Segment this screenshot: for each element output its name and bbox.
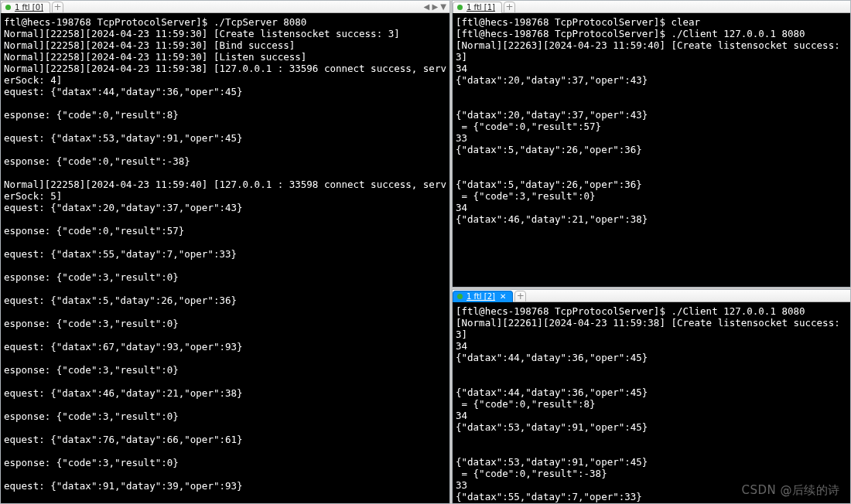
- terminal-line: equest: {"datax":46,"datay":21,"oper":38…: [4, 387, 446, 399]
- terminal-line: Normal][22258][2024-04-23 11:59:30] [Lis…: [4, 51, 446, 63]
- terminal-line: = {"code":3,"result":0}: [456, 190, 847, 202]
- terminal-line: {"datax":20,"datay":37,"oper":43}: [456, 109, 847, 121]
- pane-right-top: 1 ftl [1] + [ftl@hecs-198768 TcpProtocol…: [452, 0, 851, 288]
- terminal-line: [Normal][22261][2024-04-23 11:59:38] [Cr…: [456, 317, 847, 340]
- terminal-line: equest: {"datax":91,"datay":39,"oper":93…: [4, 480, 446, 492]
- terminal-line: [ftl@hecs-198768 TcpProtocolServer]$ ./C…: [456, 28, 847, 39]
- terminal-line: [456, 167, 847, 179]
- terminal-line: {"datax":20,"datay":37,"oper":43}: [456, 74, 847, 86]
- terminal-line: {"datax":5,"datay":26,"oper":36}: [456, 179, 847, 190]
- terminal-line: [4, 422, 446, 434]
- status-dot-icon: [5, 5, 11, 10]
- pane-left: 1 ftl [0] + ◀ ▶ ▼ ftl@hecs-198768 TcpPro…: [0, 0, 450, 504]
- terminal-line: = {"code":0,"result":-38}: [456, 468, 847, 479]
- terminal-line: esponse: {"code":3,"result":0}: [4, 457, 446, 468]
- terminal-line: {"datax":44,"datay":36,"oper":45}: [456, 387, 847, 398]
- terminal-line: [4, 399, 446, 410]
- terminal-line: Normal][22258][2024-04-23 11:59:30] [Bin…: [4, 39, 446, 51]
- terminal-line: [4, 376, 446, 387]
- terminal-line: [4, 97, 446, 109]
- terminal-line: esponse: {"code":3,"result":0}: [4, 318, 446, 329]
- terminal-line: equest: {"datax":76,"datay":66,"oper":61…: [4, 434, 446, 445]
- terminal-line: [4, 445, 446, 457]
- terminal-line: esponse: {"code":3,"result":0}: [4, 410, 446, 422]
- tab-label: 1 ftl [2]: [467, 291, 495, 302]
- terminal-line: [4, 167, 446, 179]
- terminal-line: 33: [456, 132, 847, 144]
- terminal-left[interactable]: ftl@hecs-198768 TcpProtocolServer]$ ./Tc…: [1, 13, 449, 503]
- terminal-line: [456, 363, 847, 375]
- tabbar-left: 1 ftl [0] + ◀ ▶ ▼: [1, 1, 449, 13]
- terminal-line: esponse: {"code":3,"result":0}: [4, 364, 446, 376]
- close-icon[interactable]: ✕: [500, 291, 506, 302]
- tabbar-right-top: 1 ftl [1] +: [453, 1, 850, 13]
- terminal-line: {"datax":46,"datay":21,"oper":38}: [456, 213, 847, 225]
- terminal-line: [456, 433, 847, 444]
- terminal-line: equest: {"datax":5,"datay":26,"oper":36}: [4, 295, 446, 306]
- terminal-line: esponse: {"code":0,"result":-38}: [4, 155, 446, 167]
- tab-ftl-0[interactable]: 1 ftl [0]: [1, 2, 50, 13]
- tab-nav-arrows[interactable]: ◀ ▶ ▼: [424, 1, 446, 12]
- pane-right-bottom: 1 ftl [2] ✕ + [ftl@hecs-198768 TcpProtoc…: [452, 289, 851, 504]
- terminal-line: [456, 502, 847, 503]
- terminal-line: [4, 121, 446, 132]
- terminal-line: esponse: {"code":0,"result":8}: [4, 109, 446, 121]
- terminal-line: equest: {"datax":20,"datay":37,"oper":43…: [4, 202, 446, 213]
- terminal-line: [ftl@hecs-198768 TcpProtocolServer]$ ./C…: [456, 305, 847, 317]
- terminal-line: {"datax":53,"datay":91,"oper":45}: [456, 456, 847, 468]
- terminal-line: esponse: {"code":0,"result":57}: [4, 225, 446, 237]
- terminal-right-bottom[interactable]: [ftl@hecs-198768 TcpProtocolServer]$ ./C…: [453, 302, 850, 503]
- terminal-line: [456, 444, 847, 456]
- terminal-line: Normal][22258][2024-04-23 11:59:38] [127…: [4, 63, 446, 86]
- terminal-line: 34: [456, 202, 847, 213]
- terminal-line: [4, 352, 446, 364]
- tab-ftl-2[interactable]: 1 ftl [2] ✕: [453, 291, 513, 302]
- status-dot-icon: [457, 5, 463, 10]
- terminal-line: [4, 468, 446, 480]
- terminal-line: {"datax":44,"datay":36,"oper":45}: [456, 352, 847, 363]
- tab-ftl-1[interactable]: 1 ftl [1]: [453, 2, 502, 13]
- terminal-line: [4, 306, 446, 318]
- terminal-line: equest: {"datax":55,"datay":7,"oper":33}: [4, 248, 446, 260]
- tabbar-right-bottom: 1 ftl [2] ✕ +: [453, 290, 850, 302]
- terminal-line: {"datax":53,"datay":91,"oper":45}: [456, 421, 847, 433]
- terminal-line: {"datax":5,"datay":26,"oper":36}: [456, 144, 847, 155]
- terminal-line: [ftl@hecs-198768 TcpProtocolServer]$ cle…: [456, 16, 847, 28]
- terminal-line: equest: {"datax":53,"datay":91,"oper":45…: [4, 132, 446, 144]
- terminal-line: [4, 237, 446, 248]
- terminal-line: equest: {"datax":67,"datay":93,"oper":93…: [4, 341, 446, 352]
- terminal-line: esponse: {"code":3,"result":0}: [4, 271, 446, 283]
- terminal-line: [456, 155, 847, 167]
- tab-label: 1 ftl [1]: [467, 2, 495, 13]
- status-dot-icon: [457, 294, 463, 299]
- terminal-line: equest: {"datax":44,"datay":36,"oper":45…: [4, 86, 446, 97]
- terminal-right-top[interactable]: [ftl@hecs-198768 TcpProtocolServer]$ cle…: [453, 13, 850, 287]
- terminal-line: ftl@hecs-198768 TcpProtocolServer]$ ./Tc…: [4, 16, 446, 28]
- terminal-line: [4, 260, 446, 271]
- terminal-line: = {"code":0,"result":57}: [456, 121, 847, 132]
- terminal-line: = {"code":0,"result":8}: [456, 398, 847, 410]
- terminal-line: 34: [456, 340, 847, 352]
- terminal-line: [4, 144, 446, 155]
- terminal-line: [4, 329, 446, 341]
- terminal-line: 34: [456, 63, 847, 74]
- terminal-line: [4, 283, 446, 295]
- terminal-line: [456, 375, 847, 387]
- terminal-line: [456, 97, 847, 109]
- terminal-line: 34: [456, 410, 847, 421]
- terminal-line: {"datax":55,"datay":7,"oper":33}: [456, 491, 847, 502]
- tab-label: 1 ftl [0]: [15, 2, 43, 13]
- terminal-line: [4, 213, 446, 225]
- terminal-line: Normal][22258][2024-04-23 11:59:40] [127…: [4, 179, 446, 202]
- terminal-multiplexer: 1 ftl [0] + ◀ ▶ ▼ ftl@hecs-198768 TcpPro…: [0, 0, 851, 504]
- terminal-line: 33: [456, 479, 847, 491]
- add-tab-button[interactable]: +: [52, 2, 63, 13]
- terminal-line: [Normal][22263][2024-04-23 11:59:40] [Cr…: [456, 39, 847, 63]
- terminal-line: Normal][22258][2024-04-23 11:59:30] [Cre…: [4, 28, 446, 39]
- add-tab-button[interactable]: +: [514, 291, 526, 302]
- terminal-line: [456, 86, 847, 97]
- add-tab-button[interactable]: +: [504, 2, 515, 13]
